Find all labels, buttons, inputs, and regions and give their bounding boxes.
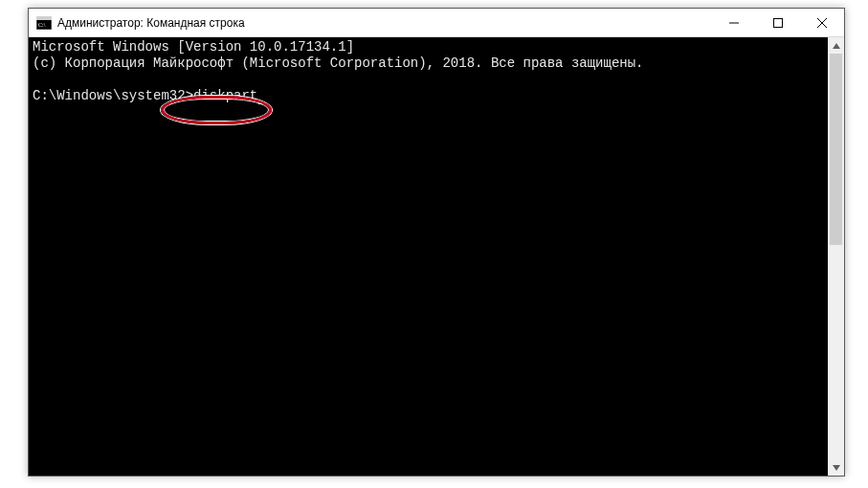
scroll-thumb[interactable] — [830, 54, 842, 245]
svg-marker-7 — [833, 43, 840, 49]
maximize-button[interactable] — [756, 9, 800, 36]
window-controls — [712, 9, 844, 36]
titlebar[interactable]: C:\ Администратор: Командная строка — [29, 9, 844, 37]
typed-command: diskpart — [193, 88, 257, 103]
cmd-icon: C:\ — [36, 15, 52, 31]
copyright-line: (c) Корпорация Майкрософт (Microsoft Cor… — [33, 55, 644, 71]
terminal-output[interactable]: Microsoft Windows [Version 10.0.17134.1]… — [29, 37, 828, 476]
close-button[interactable] — [800, 9, 844, 36]
scroll-track[interactable] — [828, 54, 844, 459]
svg-rect-4 — [774, 18, 783, 27]
minimize-button[interactable] — [712, 9, 756, 36]
prompt-path: C:\Windows\system32 — [33, 88, 186, 103]
prompt-symbol: > — [186, 88, 193, 103]
scroll-down-button[interactable] — [828, 459, 844, 476]
svg-rect-1 — [36, 16, 52, 20]
command-prompt-window: C:\ Администратор: Командная строка Micr… — [28, 8, 845, 477]
window-title: Администратор: Командная строка — [57, 16, 712, 30]
svg-text:C:\: C:\ — [38, 22, 46, 28]
vertical-scrollbar[interactable] — [828, 37, 844, 476]
text-cursor — [258, 91, 266, 104]
version-line: Microsoft Windows [Version 10.0.17134.1] — [33, 39, 354, 55]
prompt-line: C:\Windows\system32>diskpart — [33, 88, 266, 103]
client-area: Microsoft Windows [Version 10.0.17134.1]… — [29, 37, 844, 476]
svg-marker-8 — [833, 465, 840, 471]
scroll-up-button[interactable] — [828, 37, 844, 54]
